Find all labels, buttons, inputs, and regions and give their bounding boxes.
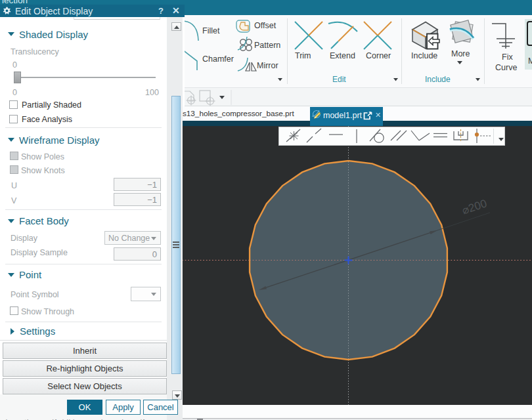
svg-text:⌀200: ⌀200 bbox=[460, 197, 489, 217]
svg-text:M: M bbox=[528, 56, 532, 66]
